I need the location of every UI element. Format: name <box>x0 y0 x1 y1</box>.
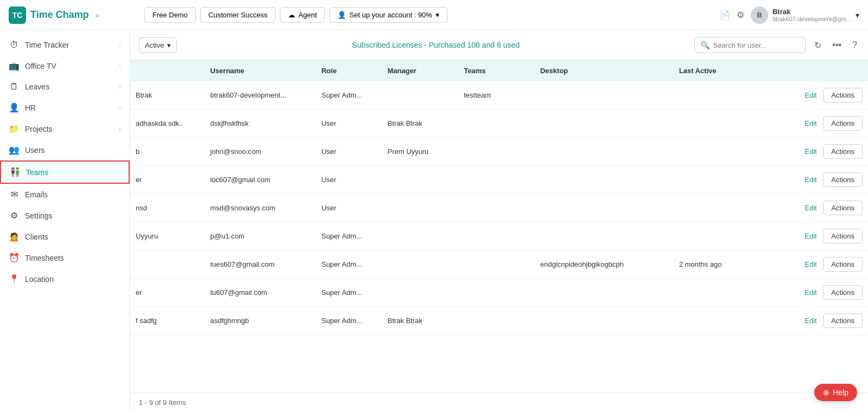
actions-button-4[interactable]: Actions <box>823 201 863 215</box>
actions-button-3[interactable]: Actions <box>823 172 863 187</box>
teams-icon: 👫 <box>10 167 21 177</box>
agent-button[interactable]: ☁ Agent <box>280 7 325 23</box>
cell-teams-2 <box>458 138 535 166</box>
sidebar-item-hr[interactable]: 👤 HR › <box>0 97 130 118</box>
edit-link-4[interactable]: Edit <box>805 204 816 212</box>
cell-desktop-7 <box>535 279 674 307</box>
actions-button-5[interactable]: Actions <box>823 229 863 243</box>
cell-role-8: Super Adm... <box>316 307 382 335</box>
cell-manager-1: Btrak Btrak <box>382 110 458 138</box>
setup-button[interactable]: 👤 Set up your account : 90% ▾ <box>329 7 447 23</box>
actions-button-0[interactable]: Actions <box>823 88 863 102</box>
chevron-right-icon: › <box>119 83 121 90</box>
cell-role-1: User <box>316 110 382 138</box>
cell-manager-8: Btrak Btrak <box>382 307 458 335</box>
cell-lastactive-0 <box>674 81 757 110</box>
sidebar-item-projects[interactable]: 📁 Projects › <box>0 118 130 139</box>
edit-link-2[interactable]: Edit <box>805 147 816 156</box>
col-header-name <box>130 60 205 81</box>
sidebar-item-time-tracker[interactable]: ⏱ Time Tracker › <box>0 35 130 55</box>
col-header-username: Username <box>205 60 316 81</box>
sidebar-item-settings[interactable]: ⚙ Settings <box>0 205 130 226</box>
sidebar-item-label: Time Tracker <box>25 41 69 49</box>
sidebar-item-clients[interactable]: 🙍 Clients <box>0 226 130 247</box>
search-box[interactable]: 🔍 <box>694 37 806 53</box>
cell-name-0: Btrak <box>130 81 205 110</box>
help-circle-icon[interactable]: ? <box>850 38 859 52</box>
document-icon[interactable]: 📄 <box>719 10 730 20</box>
sidebar-item-label: HR <box>25 104 36 112</box>
chevron-right-icon: › <box>119 63 121 69</box>
cell-desktop-6: endglcnpideohjbgikogbcph <box>535 250 674 279</box>
cell-desktop-5 <box>535 222 674 250</box>
free-demo-button[interactable]: Free Demo <box>144 7 196 23</box>
cell-lastactive-6: 2 months ago <box>674 250 757 279</box>
edit-link-8[interactable]: Edit <box>805 317 816 325</box>
sidebar-item-office-tv[interactable]: 📺 Office TV › <box>0 55 130 76</box>
edit-link-7[interactable]: Edit <box>805 288 816 297</box>
edit-link-0[interactable]: Edit <box>805 91 816 99</box>
cell-lastactive-3 <box>674 166 757 194</box>
gear-icon[interactable]: ⚙ <box>737 10 744 20</box>
user-name: Btrak <box>773 8 851 16</box>
status-filter-label: Active <box>145 41 164 49</box>
cell-manager-0 <box>382 81 458 110</box>
cell-teams-6 <box>458 250 535 279</box>
edit-link-3[interactable]: Edit <box>805 176 816 184</box>
projects-icon: 📁 <box>9 124 20 134</box>
table-row: adhaskda sdk.. dskjfhskfhsk User Btrak B… <box>130 110 868 138</box>
sidebar-item-teams[interactable]: 👫 Teams <box>0 160 130 184</box>
sidebar-item-timesheets[interactable]: ⏰ Timesheets <box>0 247 130 268</box>
users-table-wrapper: Username Role Manager Teams Desktop Last… <box>130 60 868 392</box>
help-button[interactable]: ⊕ Help <box>814 384 857 401</box>
leaves-icon: 🗒 <box>9 82 20 92</box>
content-header: Active ▾ Subscribed Licenses - Purchased… <box>130 30 868 60</box>
cell-name-3: er <box>130 166 205 194</box>
actions-button-6[interactable]: Actions <box>823 257 863 272</box>
actions-button-1[interactable]: Actions <box>823 116 863 131</box>
cell-teams-4 <box>458 194 535 222</box>
cell-teams-1 <box>458 110 535 138</box>
edit-link-5[interactable]: Edit <box>805 232 816 240</box>
time-tracker-icon: ⏱ <box>9 40 20 50</box>
cell-manager-4 <box>382 194 458 222</box>
sidebar-item-label: Location <box>25 275 54 284</box>
sidebar-item-users[interactable]: 👥 Users <box>0 139 130 160</box>
search-input[interactable] <box>713 41 800 49</box>
actions-button-2[interactable]: Actions <box>823 144 863 159</box>
edit-link-1[interactable]: Edit <box>805 119 816 127</box>
cell-desktop-0 <box>535 81 674 110</box>
cell-actions-0: Edit Actions <box>757 81 868 110</box>
user-menu[interactable]: B Btrak btrak607-development@gm... ▾ <box>751 7 859 24</box>
cell-role-0: Super Adm... <box>316 81 382 110</box>
status-filter-dropdown[interactable]: Active ▾ <box>139 37 177 53</box>
users-icon: 👥 <box>9 145 20 155</box>
sidebar-item-leaves[interactable]: 🗒 Leaves › <box>0 76 130 97</box>
cell-teams-7 <box>458 279 535 307</box>
pagination-info: 1 - 9 of 9 Items <box>139 398 186 407</box>
cell-username-4: msd@snovasys.com <box>205 194 316 222</box>
cell-username-5: p@u1.com <box>205 222 316 250</box>
customer-success-button[interactable]: Customer Success <box>200 7 276 23</box>
chevron-right-icon: › <box>119 126 121 132</box>
sidebar-item-emails[interactable]: ✉ Emails <box>0 184 130 205</box>
cell-role-2: User <box>316 138 382 166</box>
cell-manager-5 <box>382 222 458 250</box>
actions-button-8[interactable]: Actions <box>823 313 863 328</box>
table-footer: 1 - 9 of 9 Items <box>130 392 868 412</box>
actions-button-7[interactable]: Actions <box>823 285 863 300</box>
cell-name-4: nsd <box>130 194 205 222</box>
cell-actions-5: Edit Actions <box>757 222 868 250</box>
sidebar-item-label: Projects <box>25 125 53 133</box>
office-tv-icon: 📺 <box>9 61 20 71</box>
cell-desktop-1 <box>535 110 674 138</box>
cell-role-3: User <box>316 166 382 194</box>
cell-role-4: User <box>316 194 382 222</box>
sidebar-item-location[interactable]: 📍 Location <box>0 268 130 289</box>
cell-role-7: Super Adm... <box>316 279 382 307</box>
refresh-icon[interactable]: ↻ <box>812 38 824 53</box>
table-row: er loc607@gmail.com User Edit Actions <box>130 166 868 194</box>
more-options-icon[interactable]: ••• <box>830 38 844 52</box>
expand-sidebar-icon[interactable]: » <box>95 11 100 20</box>
edit-link-6[interactable]: Edit <box>805 260 816 268</box>
